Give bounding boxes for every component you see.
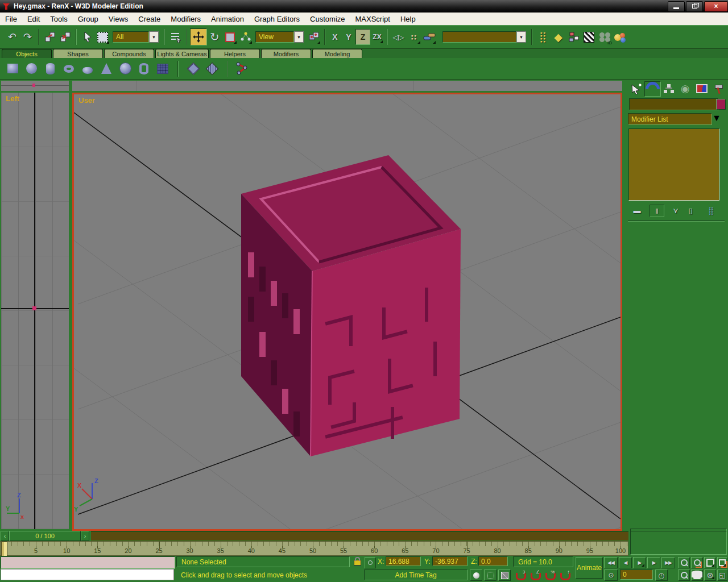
tab-shapes[interactable]: Shapes bbox=[53, 49, 103, 58]
select-and-link-icon[interactable] bbox=[42, 30, 57, 45]
time-slider-handle[interactable]: 0 / 100 bbox=[9, 531, 81, 541]
schematic-view-icon[interactable] bbox=[566, 30, 581, 45]
current-frame-field[interactable]: 0 bbox=[620, 569, 653, 580]
modifier-stack[interactable] bbox=[628, 128, 719, 201]
menu-edit[interactable]: Edit bbox=[22, 14, 45, 24]
viewport-top-right-sliver[interactable] bbox=[72, 81, 622, 91]
menu-create[interactable]: Create bbox=[133, 14, 166, 24]
snap-toggle-icon[interactable]: ⠶ bbox=[406, 30, 421, 45]
next-frame-button[interactable]: ▶ bbox=[647, 557, 660, 568]
render-icon[interactable] bbox=[612, 30, 627, 45]
geosphere-primitive-icon[interactable] bbox=[118, 62, 132, 76]
motion-tab[interactable]: ◉ bbox=[677, 81, 693, 95]
object-color-swatch[interactable] bbox=[716, 99, 726, 110]
time-slider-track[interactable] bbox=[91, 531, 628, 541]
selection-region-icon[interactable] bbox=[95, 30, 110, 45]
box-primitive-icon[interactable] bbox=[6, 62, 19, 76]
zoom-extents-button[interactable] bbox=[704, 557, 716, 568]
layer-manager-icon[interactable]: ⣿ bbox=[535, 30, 551, 45]
object-name-field[interactable] bbox=[629, 98, 719, 110]
time-step-back-button[interactable]: ‹ bbox=[1, 531, 9, 541]
y-coord-field[interactable]: -36.937 bbox=[432, 556, 468, 566]
go-to-end-button[interactable]: ▶▶ bbox=[661, 557, 675, 568]
tab-modifiers[interactable]: Modifiers bbox=[261, 49, 311, 58]
undo-icon[interactable]: ↶ bbox=[5, 30, 20, 45]
menu-animation[interactable]: Animation bbox=[206, 14, 249, 24]
restrict-y-button[interactable]: Y bbox=[342, 30, 355, 44]
snap-3d-icon[interactable]: 3 bbox=[514, 569, 527, 581]
restrict-plane-button[interactable]: ZX bbox=[370, 30, 384, 44]
render-id-icon[interactable]: ID bbox=[597, 30, 612, 45]
menu-tools[interactable]: Tools bbox=[45, 14, 72, 24]
restrict-x-button[interactable]: X bbox=[328, 30, 342, 44]
tri-patch-icon[interactable] bbox=[205, 62, 219, 76]
unlink-icon[interactable] bbox=[57, 30, 73, 45]
track-bar[interactable]: 5101520253035404550556065707580859095100 bbox=[0, 541, 628, 556]
redo-icon[interactable]: ↷ bbox=[20, 30, 35, 45]
menu-help[interactable]: Help bbox=[395, 14, 421, 24]
angle-snap-icon[interactable]: ∠ bbox=[529, 569, 542, 581]
configure-modifier-sets-button[interactable]: ⣿ bbox=[704, 205, 718, 216]
close-button[interactable]: × bbox=[704, 1, 728, 12]
tab-objects[interactable]: Objects bbox=[2, 49, 52, 58]
quad-patch-icon[interactable] bbox=[187, 62, 200, 76]
min-max-toggle-button[interactable]: ◱ bbox=[717, 569, 727, 581]
tab-modeling[interactable]: Modeling bbox=[312, 49, 362, 58]
menu-views[interactable]: Views bbox=[104, 14, 133, 24]
viewport-user[interactable]: User bbox=[72, 93, 622, 531]
modify-tab[interactable] bbox=[644, 81, 661, 97]
restore-button[interactable] bbox=[686, 1, 703, 12]
teapot-primitive-icon[interactable] bbox=[81, 62, 94, 76]
material-editor-icon[interactable] bbox=[581, 30, 597, 45]
create-tab[interactable] bbox=[628, 81, 643, 95]
sphere-primitive-icon[interactable] bbox=[24, 62, 38, 76]
time-step-forward-button[interactable]: › bbox=[81, 531, 89, 541]
pan-button[interactable] bbox=[691, 569, 703, 581]
bone-tool-icon[interactable] bbox=[236, 62, 250, 76]
menu-maxscript[interactable]: MAXScript bbox=[350, 14, 395, 24]
named-selection-dropdown[interactable]: ▼ bbox=[442, 31, 526, 43]
cone-primitive-icon[interactable] bbox=[100, 62, 113, 76]
reference-coordinate-dropdown[interactable]: View ▼ bbox=[255, 31, 304, 43]
restrict-z-button[interactable]: Z bbox=[355, 29, 370, 45]
go-to-start-button[interactable]: ◀◀ bbox=[604, 557, 618, 568]
plane-primitive-icon[interactable] bbox=[156, 62, 169, 76]
hierarchy-tab[interactable] bbox=[661, 81, 676, 95]
shaded-mode-icon[interactable] bbox=[470, 569, 482, 581]
scale-icon[interactable] bbox=[222, 30, 238, 45]
arc-rotate-button[interactable]: ⊛ bbox=[704, 569, 716, 581]
modifier-list-dropdown[interactable]: Modifier List ▼ bbox=[628, 113, 721, 125]
align-icon[interactable] bbox=[421, 30, 437, 45]
edged-faces-icon[interactable] bbox=[498, 569, 511, 581]
title-bar[interactable]: Hey.gmax - RenX - W3D Modeler Edition × bbox=[0, 0, 728, 13]
absolute-offset-toggle[interactable] bbox=[365, 557, 376, 568]
add-time-tag-field[interactable]: Add Time Tag bbox=[364, 569, 468, 580]
dotted-region-icon[interactable] bbox=[484, 569, 497, 581]
mirror-icon[interactable]: ◁▷ bbox=[391, 30, 406, 45]
rotate-icon[interactable]: ↻ bbox=[207, 30, 222, 45]
animate-button[interactable]: Animate bbox=[576, 557, 603, 579]
utilities-tab[interactable] bbox=[710, 81, 726, 95]
key-mode-toggle[interactable]: ⊙ bbox=[604, 569, 618, 581]
chevron-down-icon[interactable]: ▼ bbox=[294, 31, 304, 43]
select-object-icon[interactable] bbox=[80, 30, 95, 45]
torus-primitive-icon[interactable] bbox=[62, 62, 76, 76]
time-configuration-button[interactable]: ◷ bbox=[655, 569, 668, 581]
cylinder-primitive-icon[interactable] bbox=[43, 62, 57, 76]
tube-primitive-icon[interactable] bbox=[137, 62, 151, 76]
use-center-icon[interactable] bbox=[306, 30, 321, 45]
select-by-name-icon[interactable] bbox=[168, 30, 183, 45]
x-coord-field[interactable]: 16.688 bbox=[386, 556, 421, 566]
maxscript-mini-listener-white[interactable] bbox=[1, 569, 174, 580]
track-bar-frame-handle[interactable] bbox=[1, 542, 7, 556]
tab-compounds[interactable]: Compounds bbox=[104, 49, 154, 58]
chevron-down-icon[interactable]: ▼ bbox=[712, 113, 721, 125]
selection-lock-icon[interactable] bbox=[353, 557, 362, 567]
chevron-down-icon[interactable]: ▼ bbox=[149, 31, 159, 43]
viewport-top-left-sliver[interactable] bbox=[1, 81, 69, 91]
selection-filter-dropdown[interactable]: All ▼ bbox=[113, 31, 159, 43]
zoom-button[interactable] bbox=[678, 557, 690, 568]
zoom-extents-all-button[interactable] bbox=[717, 557, 727, 568]
show-end-result-button[interactable]: ‖ bbox=[650, 205, 664, 217]
manipulate-icon[interactable] bbox=[238, 30, 253, 45]
